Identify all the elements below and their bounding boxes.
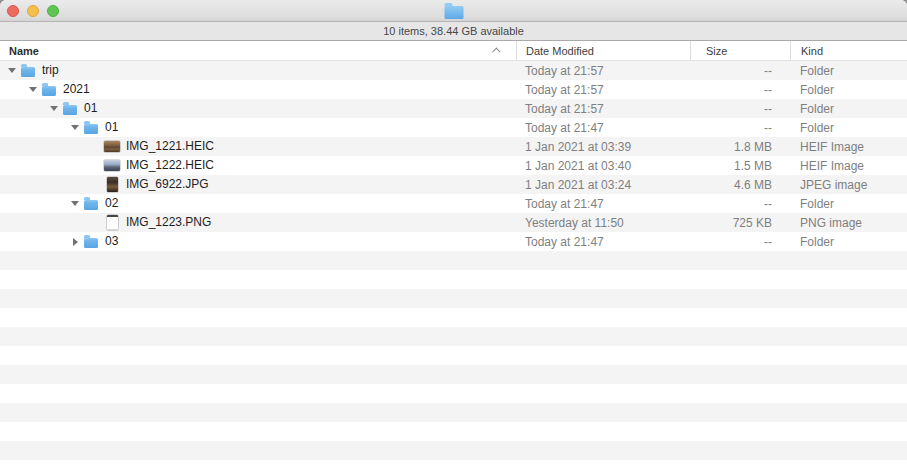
kind-cell: Folder [790,197,907,211]
indent-spacer [0,241,67,242]
name-cell: IMG_1223.PNG [0,213,516,232]
size-cell: 725 KB [690,216,790,230]
file-name-label: 03 [105,232,118,251]
date-modified-cell: Today at 21:47 [516,197,690,211]
name-cell: 02 [0,194,516,213]
disclosure-triangle-icon[interactable] [67,120,83,136]
name-cell: IMG_6922.JPG [0,175,516,194]
photo-thumbnail-icon [107,177,118,192]
kind-cell: HEIF Image [790,140,907,154]
indent-spacer [0,89,25,90]
table-row[interactable]: trip Today at 21:57 -- Folder [0,61,907,80]
table-row[interactable]: IMG_1222.HEIC 1 Jan 2021 at 03:40 1.5 MB… [0,156,907,175]
window-controls [7,5,59,17]
column-header-kind-label: Kind [801,45,823,57]
table-row[interactable]: IMG_1223.PNG Yesterday at 11:50 725 KB P… [0,213,907,232]
photo-thumbnail-icon [104,141,120,152]
folder-icon [84,200,98,210]
disclosure-triangle-icon[interactable] [67,196,83,212]
photo-thumbnail-icon [104,160,120,171]
table-row[interactable]: IMG_6922.JPG 1 Jan 2021 at 03:24 4.6 MB … [0,175,907,194]
folder-icon [63,105,77,115]
date-modified-cell: Today at 21:57 [516,102,690,116]
table-row[interactable]: 01 Today at 21:57 -- Folder [0,99,907,118]
kind-cell: Folder [790,64,907,78]
table-row[interactable]: 03 Today at 21:47 -- Folder [0,232,907,251]
close-button[interactable] [7,5,19,17]
kind-cell: HEIF Image [790,159,907,173]
disclosure-triangle-icon[interactable] [4,63,20,79]
zoom-button[interactable] [47,5,59,17]
name-cell: 03 [0,232,516,251]
status-bar: 10 items, 38.44 GB available [0,22,907,41]
disclosure-triangle-icon[interactable] [25,82,41,98]
no-disclosure-spacer [88,139,104,155]
folder-icon [21,67,35,77]
name-cell: 01 [0,99,516,118]
indent-spacer [0,165,88,166]
name-cell: IMG_1221.HEIC [0,137,516,156]
date-modified-cell: Today at 21:57 [516,64,690,78]
kind-cell: PNG image [790,216,907,230]
date-modified-cell: 1 Jan 2021 at 03:40 [516,159,690,173]
size-cell: 1.8 MB [690,140,790,154]
size-cell: -- [690,102,790,116]
date-modified-cell: Today at 21:47 [516,235,690,249]
column-header-date-label: Date Modified [526,45,594,57]
indent-spacer [0,184,88,185]
indent-spacer [0,203,67,204]
indent-spacer [0,108,46,109]
name-cell: IMG_1222.HEIC [0,156,516,175]
date-modified-cell: Today at 21:57 [516,83,690,97]
date-modified-cell: Yesterday at 11:50 [516,216,690,230]
no-disclosure-spacer [88,215,104,231]
indent-spacer [0,222,88,223]
proxy-folder-icon[interactable] [444,6,463,19]
file-name-label: 2021 [63,80,90,99]
column-header-kind[interactable]: Kind [790,41,907,60]
file-name-label: 01 [84,99,97,118]
kind-cell: JPEG image [790,178,907,192]
column-header-date-modified[interactable]: Date Modified [516,41,690,60]
kind-cell: Folder [790,235,907,249]
file-name-label: trip [42,61,59,80]
size-cell: -- [690,121,790,135]
kind-cell: Folder [790,102,907,116]
title-bar[interactable] [0,0,907,22]
kind-cell: Folder [790,83,907,97]
column-header-name[interactable]: Name [0,41,516,60]
file-name-label: IMG_1222.HEIC [126,156,214,175]
kind-cell: Folder [790,121,907,135]
table-row[interactable]: 01 Today at 21:47 -- Folder [0,118,907,137]
size-cell: 1.5 MB [690,159,790,173]
table-row[interactable]: 02 Today at 21:47 -- Folder [0,194,907,213]
file-name-label: IMG_1223.PNG [126,213,211,232]
folder-icon [84,238,98,248]
file-name-label: IMG_1221.HEIC [126,137,214,156]
size-cell: -- [690,235,790,249]
date-modified-cell: 1 Jan 2021 at 03:24 [516,178,690,192]
size-cell: -- [690,83,790,97]
name-cell: trip [0,61,516,80]
file-list: trip Today at 21:57 -- Folder 2021 Today… [0,61,907,469]
no-disclosure-spacer [88,177,104,193]
minimize-button[interactable] [27,5,39,17]
column-header-size-label: Size [706,45,727,57]
column-header-name-label: Name [9,45,39,57]
disclosure-triangle-icon[interactable] [67,234,83,250]
file-name-label: 01 [105,118,118,137]
name-cell: 01 [0,118,516,137]
table-row[interactable]: IMG_1221.HEIC 1 Jan 2021 at 03:39 1.8 MB… [0,137,907,156]
folder-icon [42,86,56,96]
date-modified-cell: Today at 21:47 [516,121,690,135]
column-header-row: Name Date Modified Size Kind [0,41,907,61]
finder-window: 10 items, 38.44 GB available Name Date M… [0,0,907,470]
file-name-label: 02 [105,194,118,213]
indent-spacer [0,127,67,128]
status-text: 10 items, 38.44 GB available [383,25,524,37]
column-header-size[interactable]: Size [690,41,790,60]
table-row[interactable]: 2021 Today at 21:57 -- Folder [0,80,907,99]
size-cell: -- [690,197,790,211]
disclosure-triangle-icon[interactable] [46,101,62,117]
name-cell: 2021 [0,80,516,99]
